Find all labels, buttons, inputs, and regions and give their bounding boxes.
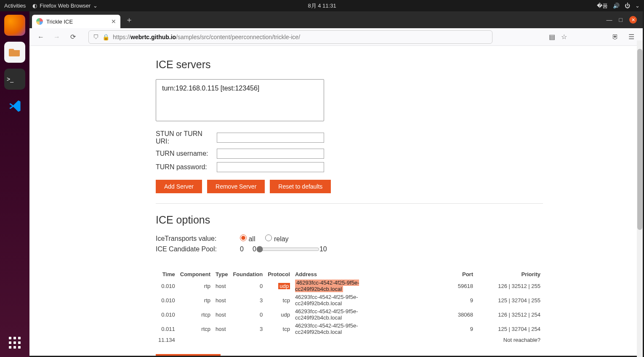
password-label: TURN password: — [156, 163, 217, 171]
pool-max: 10 — [319, 245, 327, 253]
pool-label: ICE Candidate Pool: — [156, 245, 240, 253]
vertical-scrollbar[interactable] — [637, 40, 643, 357]
ice-servers-heading: ICE servers — [156, 59, 543, 71]
uri-input[interactable] — [217, 133, 324, 143]
candidates-table: Time Component Type Foundation Protocol … — [156, 270, 543, 344]
volume-icon[interactable]: 🔊 — [613, 3, 620, 9]
server-option[interactable]: turn:192.168.0.115 [test:123456] — [161, 84, 319, 93]
forward-button: → — [51, 33, 62, 41]
shield-icon[interactable]: ⛉ — [93, 34, 99, 40]
reader-mode-icon[interactable]: ▤ — [549, 33, 555, 41]
toolbar: ← → ⟳ ⛉ 🔒 https://webrtc.github.io/sampl… — [29, 28, 643, 46]
ice-servers-list[interactable]: turn:192.168.0.115 [test:123456] — [156, 79, 324, 121]
table-row: 0.011rtcphost3tcp46293fcc-4542-4f25-9f5e… — [156, 322, 543, 336]
radio-relay-label[interactable]: relay — [265, 234, 288, 243]
transports-label: IceTransports value: — [156, 235, 240, 242]
col-address: Address — [293, 270, 383, 279]
username-label: TURN username: — [156, 150, 217, 157]
uri-label: STUN or TURN URI: — [156, 130, 217, 145]
table-row: 11.134Not reachable? — [156, 336, 543, 344]
pocket-icon[interactable]: ⛨ — [610, 33, 621, 41]
col-time: Time — [156, 270, 178, 279]
maximize-button[interactable]: □ — [619, 16, 623, 23]
tab-trickle-ice[interactable]: Trickle ICE ✕ — [32, 15, 120, 28]
gnome-topbar: Activities ◐ Firefox Web Browser ⌄ 8月 4 … — [0, 0, 644, 11]
chevron-down-icon: ⌄ — [93, 3, 98, 9]
bookmark-icon[interactable]: ☆ — [561, 33, 567, 41]
menu-icon[interactable]: ☰ — [626, 33, 637, 41]
table-row: 0.010rtcphost0udp46293fcc-4542-4f25-9f5e… — [156, 307, 543, 322]
col-foundation: Foundation — [230, 270, 265, 279]
tab-bar: Trickle ICE ✕ ＋ — □ ✕ — [29, 11, 643, 28]
ubuntu-dock: >_ — [0, 11, 29, 357]
new-tab-button[interactable]: ＋ — [125, 15, 133, 25]
reset-defaults-button[interactable]: Reset to defaults — [270, 180, 331, 193]
ice-options-heading: ICE options — [156, 214, 543, 226]
firefox-window: Trickle ICE ✕ ＋ — □ ✕ ← → ⟳ ⛉ 🔒 https://… — [29, 11, 643, 356]
power-icon[interactable]: ⏻ — [625, 3, 630, 9]
table-row: 0.010rtphost0udp46293fcc-4542-4f25-9f5e-… — [156, 279, 543, 293]
add-server-button[interactable]: Add Server — [156, 180, 202, 193]
page-content: ICE servers turn:192.168.0.115 [test:123… — [29, 46, 643, 356]
tab-title: Trickle ICE — [46, 19, 73, 25]
dock-files[interactable] — [4, 42, 25, 63]
pool-slider[interactable] — [256, 246, 319, 253]
close-window-button[interactable]: ✕ — [629, 16, 637, 24]
reload-button[interactable]: ⟳ — [67, 33, 78, 41]
activities-button[interactable]: Activities — [4, 3, 26, 9]
remove-server-button[interactable]: Remove Server — [207, 180, 265, 193]
password-input[interactable] — [217, 162, 324, 172]
firefox-icon: ◐ — [32, 3, 37, 9]
gather-candidates-button[interactable]: Gather candidates — [156, 354, 221, 356]
col-port: Port — [383, 270, 476, 279]
col-priority: Priority — [476, 270, 543, 279]
scrollbar-thumb[interactable] — [637, 49, 642, 230]
dock-firefox[interactable] — [4, 15, 25, 36]
dock-vscode[interactable] — [4, 96, 25, 117]
network-icon[interactable]: �품 — [597, 2, 608, 10]
back-button[interactable]: ← — [35, 33, 46, 41]
radio-all[interactable] — [240, 234, 247, 241]
table-row: 0.010rtphost3tcp46293fcc-4542-4f25-9f5e-… — [156, 293, 543, 307]
dock-terminal[interactable]: >_ — [4, 69, 25, 90]
lock-icon[interactable]: 🔒 — [102, 34, 109, 40]
pool-value: 0 — [240, 245, 253, 253]
radio-relay[interactable] — [265, 234, 272, 241]
pool-min: 0 — [253, 245, 256, 253]
username-input[interactable] — [217, 149, 324, 159]
divider — [156, 203, 543, 204]
col-protocol: Protocol — [265, 270, 293, 279]
clock[interactable]: 8月 4 11:31 — [308, 2, 336, 10]
col-component: Component — [178, 270, 213, 279]
favicon — [36, 18, 43, 25]
chevron-down-icon[interactable]: ⌄ — [635, 3, 640, 9]
dock-show-apps[interactable] — [9, 337, 21, 349]
app-menu[interactable]: ◐ Firefox Web Browser ⌄ — [32, 3, 98, 9]
url-text: https://webrtc.github.io/samples/src/con… — [113, 34, 300, 40]
close-tab-icon[interactable]: ✕ — [111, 18, 116, 25]
address-bar[interactable]: ⛉ 🔒 https://webrtc.github.io/samples/src… — [88, 30, 492, 44]
minimize-button[interactable]: — — [607, 16, 612, 23]
radio-all-label[interactable]: all — [240, 234, 255, 243]
col-type: Type — [213, 270, 230, 279]
